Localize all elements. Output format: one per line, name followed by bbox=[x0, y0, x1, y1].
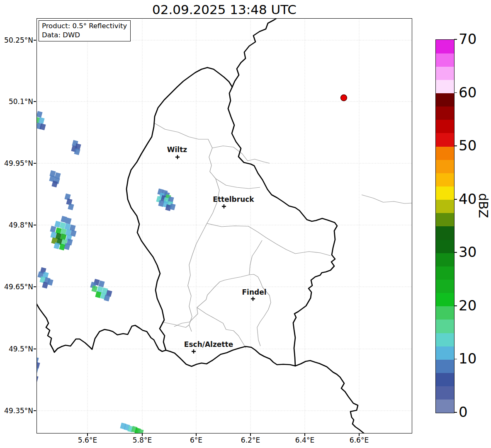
colorbar-tick-mark bbox=[454, 92, 457, 93]
city-label-wiltz: Wiltz bbox=[167, 145, 187, 154]
x-tick-label: 5.6°E bbox=[69, 436, 106, 444]
colorbar-segment bbox=[436, 173, 454, 186]
y-tick-mark bbox=[34, 349, 36, 349]
x-tick-mark bbox=[196, 433, 197, 436]
colorbar-tick-label: 60 bbox=[459, 85, 476, 100]
y-tick-mark bbox=[34, 163, 36, 164]
colorbar-segment bbox=[436, 146, 454, 160]
colorbar-segment bbox=[436, 280, 454, 293]
colorbar-segment bbox=[436, 226, 454, 240]
x-tick-mark bbox=[87, 433, 88, 436]
colorbar-tick-label: 10 bbox=[459, 351, 476, 366]
radar-figure: 02.09.2025 13:48 UTC Product: 0.5° Refle… bbox=[0, 0, 491, 448]
colorbar-segment bbox=[436, 80, 454, 93]
x-tick-mark bbox=[304, 433, 305, 436]
colorbar-segment bbox=[436, 93, 454, 107]
colorbar-tick-label: 40 bbox=[459, 191, 476, 206]
colorbar-tick-mark bbox=[454, 412, 457, 413]
x-tick-label: 6.2°E bbox=[232, 436, 269, 444]
y-tick-mark bbox=[34, 101, 36, 102]
colorbar bbox=[435, 39, 455, 413]
colorbar-tick-mark bbox=[454, 305, 457, 306]
y-tick-label: 49.65°N bbox=[1, 283, 33, 291]
colorbar-segment bbox=[436, 133, 454, 147]
colorbar-segment bbox=[436, 240, 454, 253]
y-tick-label: 49.35°N bbox=[1, 407, 33, 415]
x-tick-label: 6°E bbox=[177, 436, 215, 444]
colorbar-segment bbox=[436, 346, 454, 360]
colorbar-segment bbox=[436, 400, 454, 413]
colorbar-tick-label: 70 bbox=[459, 31, 476, 46]
data-source-line: Data: DWD bbox=[42, 31, 127, 40]
y-tick-mark bbox=[34, 225, 36, 225]
colorbar-segment bbox=[436, 213, 454, 227]
city-label-esch-alzette: Esch/Alzette bbox=[184, 340, 233, 349]
colorbar-tick-label: 50 bbox=[459, 138, 476, 153]
city-label-ettelbruck: Ettelbruck bbox=[213, 195, 254, 203]
colorbar-tick-mark bbox=[454, 145, 457, 146]
y-tick-label: 49.8°N bbox=[1, 221, 33, 229]
colorbar-segment bbox=[436, 253, 454, 266]
colorbar-segment bbox=[436, 120, 454, 133]
colorbar-segment bbox=[436, 386, 454, 400]
y-tick-mark bbox=[34, 410, 36, 411]
colorbar-segment bbox=[436, 200, 454, 213]
colorbar-tick-mark bbox=[454, 359, 457, 360]
y-tick-mark bbox=[34, 286, 36, 287]
colorbar-tick-label: 30 bbox=[459, 245, 476, 259]
colorbar-tick-mark bbox=[454, 199, 457, 200]
x-tick-label: 6.4°E bbox=[286, 436, 323, 444]
x-tick-label: 6.6°E bbox=[340, 436, 378, 444]
colorbar-segment bbox=[436, 186, 454, 200]
plot-frame bbox=[36, 18, 412, 433]
colorbar-segment bbox=[436, 53, 454, 67]
product-info-box: Product: 0.5° Reflectivity Data: DWD bbox=[39, 20, 131, 41]
x-tick-mark bbox=[142, 433, 143, 436]
colorbar-segment bbox=[436, 66, 454, 80]
colorbar-segment bbox=[436, 333, 454, 346]
city-label-findel: Findel bbox=[242, 288, 266, 296]
colorbar-segment bbox=[436, 293, 454, 307]
colorbar-tick-label: 0 bbox=[459, 404, 468, 419]
colorbar-segment bbox=[436, 306, 454, 320]
x-tick-label: 5.8°E bbox=[124, 436, 161, 444]
y-tick-label: 50.1°N bbox=[1, 97, 33, 106]
product-line: Product: 0.5° Reflectivity bbox=[42, 22, 127, 31]
y-tick-mark bbox=[34, 40, 36, 41]
colorbar-segment bbox=[436, 107, 454, 120]
colorbar-segment bbox=[436, 40, 454, 53]
colorbar-segment bbox=[436, 373, 454, 387]
colorbar-segment bbox=[436, 266, 454, 280]
colorbar-segment bbox=[436, 160, 454, 173]
colorbar-tick-mark bbox=[454, 39, 457, 40]
colorbar-segment bbox=[436, 359, 454, 373]
x-tick-mark bbox=[359, 433, 360, 436]
colorbar-tick-mark bbox=[454, 252, 457, 253]
colorbar-tick-label: 20 bbox=[459, 298, 476, 313]
figure-title: 02.09.2025 13:48 UTC bbox=[36, 2, 412, 17]
colorbar-segment bbox=[436, 320, 454, 333]
y-tick-label: 49.5°N bbox=[1, 345, 33, 353]
y-tick-label: 49.95°N bbox=[1, 159, 33, 167]
colorbar-unit-label: dBZ bbox=[476, 193, 491, 218]
y-tick-label: 50.25°N bbox=[1, 36, 33, 44]
x-tick-mark bbox=[250, 433, 251, 436]
